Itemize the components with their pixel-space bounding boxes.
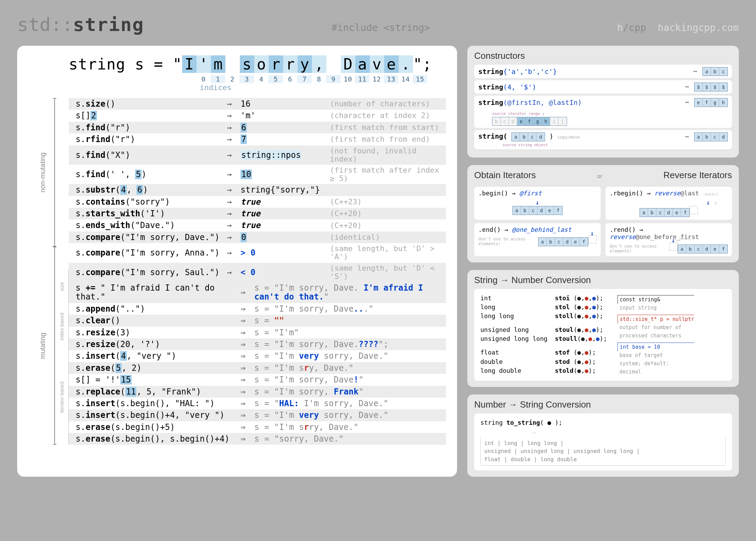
index-label: 10 [341, 75, 355, 83]
rend-box: .rend() → reverse@one_before_first don't… [605, 223, 732, 256]
decl-char: o [254, 55, 269, 73]
s2n-arg1: const string& [620, 296, 660, 303]
indices-label: indices [200, 83, 232, 92]
s2n-arg3: int base = 10 [620, 344, 660, 350]
nonmutating-row: s[]2→'m'(character at index 2) [69, 110, 446, 121]
decl-prefix: string s = " [69, 55, 182, 73]
mutating-row: s.insert(4, "very ")⇒s = "I'm very sorry… [69, 350, 446, 362]
s2n-row: long stol (●,●,●); [480, 303, 607, 312]
begin-iter: @first [519, 190, 542, 197]
decl-char: e [384, 55, 399, 73]
mutating-row: s.insert(s.begin()+4, "very ")⇒s = "I'm … [69, 409, 446, 421]
page-header: std::string #include <string> h/cpp hack… [17, 14, 739, 35]
constructor-item: string{'a','b','c'}➡abc [474, 65, 732, 78]
iters-title-a: Obtain Iterators [474, 170, 536, 181]
subgroup-iterator: iterator based [59, 381, 65, 413]
index-label: 14 [398, 75, 413, 83]
nonmutating-row: s.substr(4, 6)→string{"sorry,"} [69, 184, 446, 196]
decl-suffix: "; [413, 55, 432, 73]
end-note: don't use to access elements! [478, 237, 535, 246]
subgroup-size: size [59, 282, 65, 291]
end-box: .end() → @one_behind_last don't use to a… [474, 223, 601, 256]
mutating-row: s.clear()⇒s = "" [69, 315, 446, 326]
nonmutating-row: s.find("X")→string::npos(not found, inva… [69, 145, 446, 165]
rbegin-box: .rbegin() → reverse@last .base() ↓ ↓ abc… [605, 187, 732, 220]
decl-char: . [399, 55, 413, 73]
nonmutating-row: s.size()→16(number of characters) [69, 98, 446, 110]
main-card: string s = "I'm sorry, Dave."; 012345678… [17, 46, 457, 477]
constructors-panel: Constructors string{'a','b','c'}➡abcstri… [467, 46, 739, 158]
decl-char: y [298, 55, 312, 73]
index-label: 15 [413, 75, 427, 83]
n2s-panel: Number → String Conversion string to_str… [467, 394, 739, 477]
index-label: 6 [283, 75, 297, 83]
decl-char: m [211, 55, 225, 73]
group-mutating: mutating [39, 331, 47, 360]
title-main: string [73, 14, 144, 35]
nonmutating-row: s.contains("sorry")→true(C++23) [69, 196, 446, 208]
to-string-fn: to_string [507, 419, 540, 426]
end-fn: .end() [478, 226, 501, 233]
constructor-item: string( abcd ) copy/move➡abcdsource stri… [474, 130, 732, 149]
decl-char: s [240, 55, 254, 73]
n2s-title: Number → String Conversion [474, 399, 732, 410]
s2n-row: long long stoll(●,●,●); [480, 312, 607, 321]
s2n-row: int stoi (●,●,●); [480, 294, 607, 303]
constructor-item: string(4, '$')➡$$$$ [474, 80, 732, 94]
rend-fn: .rend() [610, 226, 636, 233]
decl-char: , [312, 55, 326, 73]
mutating-row: s.erase(s.begin()+5)⇒s = "I'm srry, Dave… [69, 421, 446, 433]
nonmutating-row: s.ends_with("Dave.")→true(C++20) [69, 219, 446, 231]
mutating-row: s.resize(3)⇒s = "I'm" [69, 327, 446, 338]
s2n-arg2: std::size_t* p = nullptr [620, 316, 694, 322]
iterators-panel: Obtain Iterators or Reverse Iterators .b… [467, 165, 739, 262]
mutating-row: s.insert(s.begin(), "HAL: ")⇒s = "HAL: I… [69, 398, 446, 409]
nonmutating-row: s.rfind("r")→7(first match from end) [69, 133, 446, 145]
s2n-row: long double stold(●,●); [480, 366, 607, 375]
index-label: 9 [326, 75, 341, 83]
brand-cpp: cpp [629, 22, 646, 33]
index-label: 11 [355, 75, 369, 83]
decl-char: ' [197, 55, 211, 73]
begin-fn: .begin() [478, 190, 508, 197]
mutating-row: s.replace(11, 5, "Frank")⇒s = "I'm sorry… [69, 386, 446, 398]
s2n-row: unsigned long stoul(●,●,●); [480, 325, 607, 334]
indices-row: 0123456789101112131415indices [31, 75, 446, 92]
index-label: 4 [254, 75, 268, 83]
branding: h/cpp hackingcpp.com [617, 22, 739, 33]
s2n-panel: String → Number Conversion int stoi (●,●… [467, 270, 739, 387]
index-label: 1 [211, 75, 225, 83]
constructors-title: Constructors [474, 51, 732, 61]
group-nonmutating: non-mutating [39, 151, 47, 194]
iters-title-b: Reverse Iterators [664, 170, 732, 181]
nonmutating-row: s.compare("I'm sorry, Dave.")→0(identica… [69, 231, 446, 243]
n2s-body: string to_string( ● ); ︶ int | long | lo… [474, 413, 732, 470]
nonmutating-row: s.find(' ', 5)→10(first match after inde… [69, 165, 446, 184]
begin-box: .begin() → @first ↓ abcdef [474, 187, 601, 220]
mutating-row: s[] = '!'15⇒s = "I'm sorry, Dave!" [69, 374, 446, 386]
mutating-row: s += " I'm afraid I can't do that."⇒s = … [69, 282, 446, 303]
nonmutating-row: s.compare("I'm sorry, Anna.")→> 0(same l… [69, 243, 446, 262]
index-label: 13 [384, 75, 398, 83]
rbegin-fn: .rbegin() [610, 190, 643, 197]
subgroup-index: index based [59, 313, 65, 340]
string-declaration: string s = "I'm sorry, Dave."; [31, 55, 446, 73]
rend-note: don't use to access elements! [610, 244, 667, 253]
s2n-title: String → Number Conversion [474, 275, 732, 285]
nonmutating-row: s.find("r")→6(first match from start) [69, 122, 446, 133]
index-label: 2 [225, 75, 240, 83]
decl-char: a [355, 55, 370, 73]
index-label: 12 [369, 75, 384, 83]
index-label: 5 [268, 75, 283, 83]
n2s-types: int | long | long long | unsigned | unsi… [480, 437, 726, 466]
mutating-row: s.resize(20, '?')⇒s = "I'm sorry, Dave.?… [69, 338, 446, 350]
nonmutating-row: s.compare("I'm sorry, Saul.")→< 0(same l… [69, 263, 446, 282]
title: std::string [17, 14, 144, 35]
index-label: 0 [196, 75, 211, 83]
index-label: 3 [240, 75, 254, 83]
right-column: Constructors string{'a','b','c'}➡abcstri… [467, 46, 739, 477]
constructor-item: string(@firstIn, @lastIn)➡efghsource ite… [474, 96, 732, 128]
include-directive: #include <string> [332, 22, 430, 33]
index-label: 7 [297, 75, 312, 83]
decl-char: r [283, 55, 298, 73]
